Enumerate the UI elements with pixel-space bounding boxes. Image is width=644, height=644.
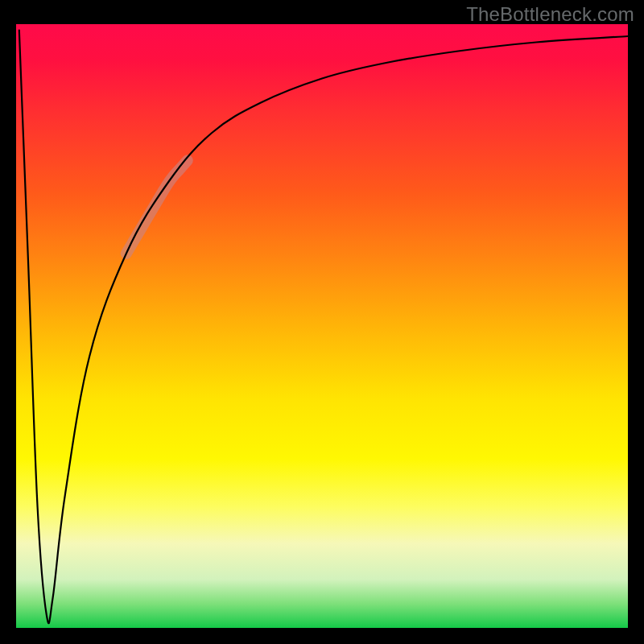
highlight-segment — [126, 160, 188, 254]
chart-frame: TheBottleneck.com — [0, 0, 644, 644]
plot-area — [16, 24, 628, 628]
bottleneck-curve — [19, 31, 628, 624]
watermark-text: TheBottleneck.com — [466, 3, 634, 26]
curve-svg — [16, 24, 628, 628]
